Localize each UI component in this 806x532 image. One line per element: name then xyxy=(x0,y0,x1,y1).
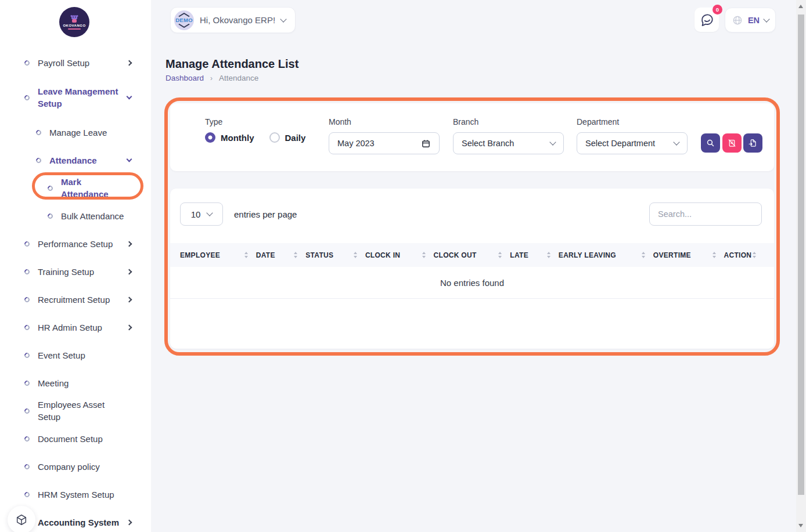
sidebar-item-mark-attendance[interactable]: Mark Attendance xyxy=(0,174,151,202)
calendar-icon[interactable] xyxy=(421,139,431,149)
globe-icon xyxy=(732,15,743,26)
chevron-right-icon xyxy=(127,296,132,302)
search-icon xyxy=(706,138,715,148)
breadcrumb: Dashboard › Attendance xyxy=(165,74,258,82)
sidebar-item-payroll-setup[interactable]: Payroll Setup xyxy=(0,49,151,77)
sidebar-item-meeting[interactable]: Meeting xyxy=(0,369,151,397)
radio-daily-label: Daily xyxy=(285,133,306,143)
chat-button[interactable]: 0 xyxy=(695,8,719,32)
scrollbar-thumb[interactable] xyxy=(798,15,804,495)
sort-icon[interactable] xyxy=(244,252,248,258)
month-input[interactable]: May 2023 xyxy=(329,132,440,154)
radio-unchecked-icon xyxy=(269,132,280,143)
column-header-status[interactable]: STATUS xyxy=(305,251,365,259)
chat-icon xyxy=(700,13,714,27)
column-header-clock-in[interactable]: CLOCK IN xyxy=(365,251,434,259)
chevron-down-icon xyxy=(673,139,679,145)
column-header-early-leaving[interactable]: EARLY LEAVING xyxy=(559,251,653,259)
search-button[interactable] xyxy=(701,133,720,153)
column-header-late[interactable]: LATE xyxy=(510,251,558,259)
bullet-icon xyxy=(46,212,54,220)
sort-icon[interactable] xyxy=(547,252,550,258)
sidebar-item-label: Training Setup xyxy=(38,266,99,278)
sort-icon[interactable] xyxy=(354,252,357,258)
page-size-value: 10 xyxy=(191,209,201,219)
scroll-down-icon[interactable] xyxy=(798,524,803,527)
bullet-icon xyxy=(35,129,42,136)
sidebar-item-performance-setup[interactable]: Performance Setup xyxy=(0,230,151,258)
chevron-right-icon xyxy=(127,60,132,66)
breadcrumb-dashboard[interactable]: Dashboard xyxy=(165,74,204,82)
sidebar-item-training-setup[interactable]: Training Setup xyxy=(0,258,151,285)
sidebar-item-hrm-system-setup[interactable]: HRM System Setup xyxy=(0,480,151,508)
accounting-cube-button[interactable] xyxy=(8,506,35,532)
sort-icon[interactable] xyxy=(753,252,756,258)
radio-checked-icon xyxy=(205,132,215,143)
department-label: Department xyxy=(577,117,619,126)
scroll-up-icon[interactable] xyxy=(798,5,803,8)
clear-filter-button[interactable] xyxy=(722,133,742,153)
brand-logo[interactable]: OKOVANGO xyxy=(59,7,89,37)
sidebar-item-leave-management-setup[interactable]: Leave Management Setup xyxy=(0,77,151,118)
month-value: May 2023 xyxy=(337,139,375,148)
bullet-icon xyxy=(23,352,31,359)
bullet-icon xyxy=(23,491,31,498)
bullet-icon xyxy=(23,407,31,415)
empty-state-row: No entries found xyxy=(170,267,774,299)
department-select[interactable]: Select Department xyxy=(577,132,688,154)
sidebar-item-recruitment-setup[interactable]: Recruitment Setup xyxy=(0,285,151,313)
vertical-scrollbar[interactable] xyxy=(796,0,806,532)
user-menu[interactable]: DEMO Hi, Okovango ERP! xyxy=(170,7,296,33)
main-content: DEMO Hi, Okovango ERP! 0 EN Manage Atten… xyxy=(151,0,796,532)
sidebar-item-hr-admin-setup[interactable]: HR Admin Setup xyxy=(0,313,151,341)
sidebar-item-label: Company policy xyxy=(38,461,105,473)
bullet-icon xyxy=(23,435,31,443)
sidebar-item-attendance[interactable]: Attendance xyxy=(0,146,151,174)
sort-icon[interactable] xyxy=(294,252,297,258)
language-selector[interactable]: EN xyxy=(725,8,776,32)
type-radio-group: Monthly Daily xyxy=(205,132,305,143)
sidebar-item-label: HRM System Setup xyxy=(38,488,119,501)
bullet-icon xyxy=(23,268,31,276)
column-header-date[interactable]: DATE xyxy=(256,251,306,259)
column-header-action[interactable]: ACTION xyxy=(724,251,764,259)
sidebar-item-company-policy[interactable]: Company policy xyxy=(0,453,151,480)
sidebar-item-bulk-attendance[interactable]: Bulk Attendance xyxy=(0,202,151,230)
sort-icon[interactable] xyxy=(422,252,426,258)
column-header-overtime[interactable]: OVERTIME xyxy=(653,251,724,259)
sidebar-item-label: Event Setup xyxy=(38,349,90,361)
chevron-down-icon xyxy=(763,16,769,22)
sidebar-item-document-setup[interactable]: Document Setup xyxy=(0,425,151,453)
bullet-icon xyxy=(23,94,31,102)
breadcrumb-separator-icon: › xyxy=(210,74,213,82)
column-label: LATE xyxy=(510,251,528,259)
branch-label: Branch xyxy=(453,117,478,126)
export-button[interactable] xyxy=(743,133,762,153)
column-label: ACTION xyxy=(724,251,752,259)
sidebar-item-label: Document Setup xyxy=(38,433,107,445)
sort-icon[interactable] xyxy=(713,252,716,258)
radio-daily[interactable]: Daily xyxy=(269,132,306,143)
language-label: EN xyxy=(748,16,760,25)
radio-monthly[interactable]: Monthly xyxy=(205,132,254,143)
sort-icon[interactable] xyxy=(642,252,645,258)
search-input[interactable] xyxy=(649,202,762,226)
sidebar-item-label: Leave Management Setup xyxy=(38,85,134,110)
chevron-down-icon xyxy=(549,139,556,145)
sidebar-item-employees-asset-setup[interactable]: Employees Asset Setup xyxy=(0,397,151,425)
branch-select[interactable]: Select Branch xyxy=(453,132,564,154)
page-size-select[interactable]: 10 xyxy=(180,202,223,226)
column-header-clock-out[interactable]: CLOCK OUT xyxy=(434,251,510,259)
column-label: EARLY LEAVING xyxy=(559,251,616,259)
column-label: EMPLOYEE xyxy=(180,251,220,259)
bullet-icon xyxy=(23,379,31,387)
sidebar-item-manage-leave[interactable]: Manage Leave xyxy=(0,118,151,146)
greeting-text: Hi, Okovango ERP! xyxy=(200,15,275,25)
sort-icon[interactable] xyxy=(498,252,502,258)
sidebar-item-label: Payroll Setup xyxy=(38,57,94,69)
column-header-employee[interactable]: EMPLOYEE xyxy=(180,251,256,259)
sidebar-item-event-setup[interactable]: Event Setup xyxy=(0,341,151,369)
chevron-right-icon xyxy=(127,324,132,330)
avatar-demo-text: DEMO xyxy=(174,17,194,23)
entries-per-page-label: entries per page xyxy=(234,209,297,219)
